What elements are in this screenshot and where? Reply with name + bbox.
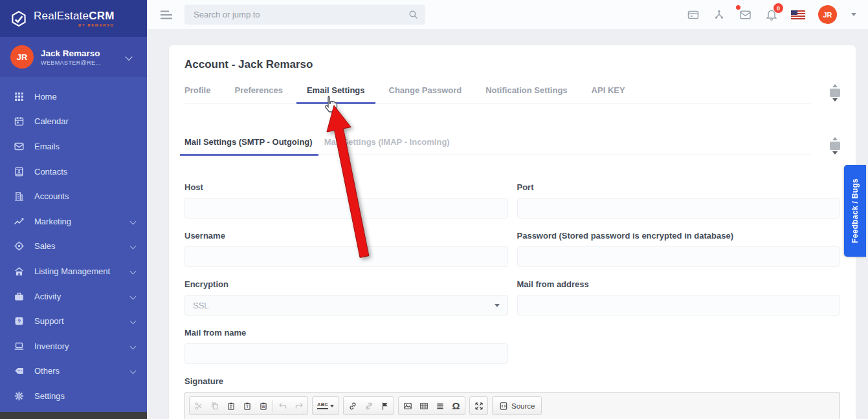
sidebar-item-label: Activity [34, 292, 61, 301]
tab-scroll-control[interactable] [829, 81, 841, 105]
unlink-button[interactable] [361, 398, 377, 414]
sidebar-item-emails[interactable]: Emails [0, 134, 147, 159]
search-input[interactable] [194, 10, 408, 19]
special-char-button[interactable]: Ω [448, 398, 464, 414]
feedback-bugs-button[interactable]: Feedback / Bugs [844, 165, 866, 257]
sidebar-item-settings[interactable]: Settings [0, 383, 147, 409]
user-panel[interactable]: JR Jack Remarso WEBMASTER@RE... [0, 37, 147, 78]
scroll-down-icon[interactable] [832, 98, 838, 102]
scroll-down-icon[interactable] [832, 151, 838, 155]
port-field-group: Port [517, 182, 841, 219]
table-button[interactable] [416, 398, 432, 414]
bell-icon[interactable]: 0 [765, 8, 778, 21]
spellcheck-button[interactable]: ABC [313, 398, 338, 414]
brand-text: RealEstateCRM BY REMARSO [34, 10, 115, 27]
paste-button[interactable] [223, 398, 239, 414]
sidebar-item-calendar[interactable]: Calendar [0, 109, 147, 134]
tab-email-settings[interactable]: Email Settings [307, 85, 365, 103]
link-button[interactable] [344, 398, 361, 414]
source-button[interactable]: Source [493, 398, 540, 414]
mail-settings-tabs: Mail Settings (SMTP - Outgoing) Mail Set… [184, 136, 812, 155]
tab-change-password[interactable]: Change Password [389, 85, 462, 103]
image-button[interactable] [399, 398, 416, 414]
chevron-down-icon [125, 53, 132, 60]
house-icon [13, 265, 25, 277]
encryption-value: SSL [193, 301, 493, 310]
target-icon [13, 241, 25, 252]
horizontal-rule-button[interactable] [432, 398, 448, 414]
scroll-thumb[interactable] [830, 89, 840, 97]
signature-editor: T W ABC [184, 392, 840, 419]
username-field-group: Username [184, 231, 508, 267]
subtab-smtp-outgoing[interactable]: Mail Settings (SMTP - Outgoing) [184, 137, 313, 155]
menu-toggle-icon[interactable] [160, 10, 173, 20]
topbar-actions: 0 JR [687, 5, 868, 24]
caret-down-icon[interactable] [851, 13, 856, 16]
brand-header[interactable]: RealEstateCRM BY REMARSO [0, 0, 147, 37]
host-input[interactable] [184, 198, 508, 219]
user-avatar-button[interactable]: JR [818, 5, 837, 24]
sidebar-nav: Home Calendar Emails Contacts Accounts M… [0, 78, 147, 409]
laptop-icon [13, 340, 25, 352]
user-email: WEBMASTER@RE... [41, 59, 101, 66]
subtab-scroll-control[interactable] [829, 134, 841, 158]
svg-text:W: W [262, 405, 265, 409]
port-input[interactable] [517, 198, 841, 219]
encryption-field-group: Encryption SSL [184, 279, 508, 316]
chevron-down-icon [130, 318, 137, 325]
search-icon[interactable] [408, 9, 419, 20]
copy-button[interactable] [206, 398, 223, 414]
port-label: Port [517, 182, 841, 192]
paste-text-button[interactable]: T [239, 398, 255, 414]
redo-button[interactable] [291, 398, 307, 414]
sidebar-item-accounts[interactable]: Accounts [0, 184, 147, 209]
sidebar-item-home[interactable]: Home [0, 84, 147, 109]
app-window: RealEstateCRM BY REMARSO JR Jack Remarso… [0, 0, 868, 419]
tab-notification-settings[interactable]: Notification Settings [485, 85, 567, 103]
sidebar-item-marketing[interactable]: Marketing [0, 209, 147, 234]
subtab-imap-incoming[interactable]: Mail Settings (IMAP - Incoming) [324, 137, 450, 155]
sidebar-item-support[interactable]: ? Support [0, 308, 147, 334]
unread-dot [736, 5, 740, 10]
chevron-down-icon [130, 268, 137, 275]
user-name: Jack Remarso [41, 48, 101, 58]
anchor-flag-button[interactable] [377, 398, 393, 414]
mail-from-name-label: Mail from name [184, 328, 508, 338]
trend-icon [13, 215, 25, 227]
chevron-down-icon [130, 243, 137, 250]
sidebar-item-contacts[interactable]: Contacts [0, 159, 147, 184]
sidebar-item-activity[interactable]: Activity [0, 284, 147, 309]
grid-icon [13, 91, 25, 102]
mail-icon[interactable] [739, 8, 752, 21]
cut-button[interactable] [190, 398, 206, 414]
tab-api-key[interactable]: API KEY [592, 85, 625, 103]
brand-tagline: BY REMARSO [78, 23, 115, 27]
kanban-card-icon[interactable] [687, 8, 700, 21]
sidebar-item-others[interactable]: Others [0, 359, 147, 384]
sidebar-item-sales[interactable]: Sales [0, 234, 147, 259]
sidebar-item-listing-management[interactable]: Listing Management [0, 259, 147, 284]
mail-from-name-input[interactable] [184, 343, 508, 364]
password-input[interactable] [517, 246, 841, 267]
account-card: Account - Jack Remarso Profile Preferenc… [169, 45, 856, 419]
tab-preferences[interactable]: Preferences [234, 85, 282, 103]
mail-from-address-input[interactable] [517, 295, 841, 316]
tab-profile[interactable]: Profile [184, 85, 210, 103]
undo-button[interactable] [274, 398, 291, 414]
encryption-select[interactable]: SSL [184, 295, 508, 316]
maximize-button[interactable] [471, 398, 487, 414]
password-field-group: Password (Stored password is encrypted i… [517, 231, 841, 267]
paste-word-button[interactable]: W [255, 398, 271, 414]
us-flag-icon[interactable] [791, 10, 805, 19]
scroll-thumb[interactable] [830, 142, 840, 150]
svg-text:T: T [246, 405, 249, 409]
scroll-up-icon[interactable] [832, 84, 838, 87]
share-network-icon[interactable] [713, 8, 726, 21]
scroll-up-icon[interactable] [832, 137, 838, 140]
sidebar: RealEstateCRM BY REMARSO JR Jack Remarso… [0, 0, 147, 419]
smtp-form: Host Port Username Password (Stored pass… [184, 182, 847, 376]
sidebar-item-label: Contacts [34, 167, 67, 177]
host-field-group: Host [184, 182, 508, 219]
username-input[interactable] [184, 246, 508, 267]
sidebar-item-inventory[interactable]: Inventory [0, 334, 147, 359]
